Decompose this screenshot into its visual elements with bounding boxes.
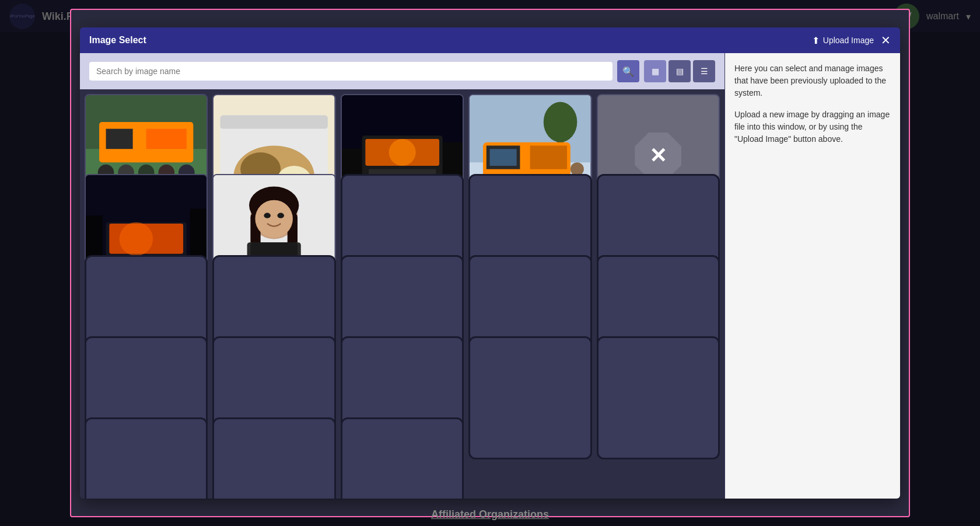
view-toggle-buttons: ▦ ▤ ☰ <box>644 60 715 82</box>
svg-point-60 <box>256 200 293 238</box>
svg-point-35 <box>544 102 578 142</box>
svg-rect-38 <box>490 149 517 166</box>
modal-title: Image Select <box>89 35 146 46</box>
modal-right-panel: Here you can select and manage images th… <box>725 53 900 499</box>
modal-body: 🔍 ▦ ▤ ☰ <box>80 53 900 499</box>
svg-rect-39 <box>530 145 567 169</box>
right-panel-description-2: Upload a new image by dragging an image … <box>734 109 891 145</box>
broken-image-icon: ✕ <box>635 133 681 179</box>
modal-close-button[interactable]: ✕ <box>881 34 891 46</box>
image-cell-20[interactable] <box>597 336 720 459</box>
svg-point-61 <box>264 213 271 218</box>
svg-point-62 <box>278 213 285 218</box>
upload-image-button[interactable]: ⬆ Upload Image <box>812 35 874 46</box>
svg-rect-3 <box>106 129 133 149</box>
page-subtitle: Affiliated Organizations <box>431 508 549 521</box>
upload-icon: ⬆ <box>812 35 820 46</box>
modal-dialog: Image Select ⬆ Upload Image ✕ 🔍 <box>80 27 900 499</box>
image-cell-19[interactable] <box>468 336 592 459</box>
search-bar: 🔍 ▦ ▤ ☰ <box>80 53 724 89</box>
modal-left-panel: 🔍 ▦ ▤ ☰ <box>80 53 725 499</box>
image-cell-22[interactable] <box>212 417 335 499</box>
svg-rect-17 <box>220 116 328 129</box>
upload-button-label: Upload Image <box>823 36 874 45</box>
page-bottom-content: Affiliated Organizations <box>0 503 980 526</box>
list-view-btn[interactable]: ☰ <box>693 60 715 82</box>
search-icon: 🔍 <box>622 66 634 77</box>
grid-large-view-btn[interactable]: ▦ <box>644 60 666 82</box>
search-button[interactable]: 🔍 <box>617 60 639 82</box>
grid-medium-view-btn[interactable]: ▤ <box>668 60 691 82</box>
svg-rect-4 <box>146 129 187 149</box>
svg-point-50 <box>120 222 153 256</box>
right-panel-description-1: Here you can select and manage images th… <box>734 62 891 99</box>
modal-header: Image Select ⬆ Upload Image ✕ <box>80 27 900 53</box>
modal-outer-container: Image Select ⬆ Upload Image ✕ 🔍 <box>70 9 910 517</box>
image-grid: ✕ <box>80 89 724 499</box>
image-cell-21[interactable] <box>85 417 208 499</box>
modal-header-actions: ⬆ Upload Image ✕ <box>812 34 891 46</box>
search-input[interactable] <box>89 62 612 81</box>
svg-point-29 <box>388 139 415 166</box>
image-cell-23[interactable] <box>341 417 464 499</box>
